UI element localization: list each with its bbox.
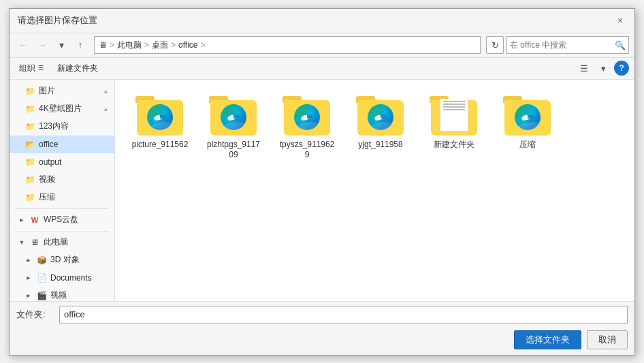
sidebar-label: output [39,157,109,167]
navigation-toolbar: ← → ▾ ↑ 🖥 > 此电脑 > 桌面 > office > ↻ 🔍 [10,33,634,58]
edge-icon [221,104,246,130]
back-button[interactable]: ← [15,37,31,53]
search-box: 🔍 [506,36,629,54]
view-toggle-button[interactable]: ☰ [576,60,592,76]
file-item-picture[interactable]: picture_911562 [126,91,194,166]
sidebar-label: 图片 [39,85,99,97]
title-bar: 请选择图片保存位置 × [10,9,634,33]
expander-icon: ► [25,291,33,300]
sidebar-item-documents[interactable]: ► 📄 Documents [10,269,114,287]
folder-icon-yjgt [356,96,405,136]
sidebar-label: 3D 对象 [50,254,109,266]
doc-front [440,99,468,131]
organize-button[interactable]: 组织 ☰ [15,60,48,76]
edge-icon [368,104,393,130]
file-name: picture_911562 [132,140,189,151]
file-item-newfolder[interactable]: 新建文件夹 [420,91,488,166]
expander-icon: ► [25,256,33,264]
file-item-tpyszs[interactable]: tpyszs_9119629 [273,91,341,166]
folder-icon: 📁 [25,86,35,97]
buttons-row: 选择文件夹 取消 [10,328,634,355]
sidebar-item-video2[interactable]: ► 🎬 视频 [10,287,114,301]
filename-input[interactable] [59,306,628,323]
video-icon: 🎬 [36,290,47,301]
filename-row: 文件夹: [10,302,634,328]
close-button[interactable]: × [614,14,626,27]
sidebar-item-pictures[interactable]: 📁 图片 ▲ [10,82,114,100]
docs-icon: 📄 [36,272,47,283]
folder-icon-newfolder [430,96,479,136]
folder-icon-picture [135,96,184,136]
sidebar-item-3d[interactable]: ► 📦 3D 对象 [10,251,114,269]
file-name: yjgt_911958 [358,140,402,151]
up-button[interactable]: ↑ [72,37,88,53]
search-input[interactable] [510,40,612,50]
sidebar-item-wallpapers[interactable]: 📁 4K壁纸图片 ▲ [10,100,114,118]
sidebar: 📁 图片 ▲ 📁 4K壁纸图片 ▲ 📁 123内容 📂 office 📁 out… [10,80,115,301]
file-item-compress[interactable]: 压缩 [494,91,562,166]
file-name: tpyszs_9119629 [280,140,335,161]
dialog-title: 请选择图片保存位置 [18,14,97,27]
breadcrumb-desktop[interactable]: 桌面 [152,40,168,51]
content-area: picture_911562 [115,80,634,301]
divider [15,231,109,232]
sidebar-item-output[interactable]: 📁 output [10,153,114,171]
file-name: 压缩 [519,140,536,151]
main-area: 📁 图片 ▲ 📁 4K壁纸图片 ▲ 📁 123内容 📂 office 📁 out… [10,80,634,301]
search-button[interactable]: 🔍 [615,38,626,52]
folder-icon: 📁 [25,157,35,168]
help-button[interactable]: ? [614,61,629,76]
divider [15,208,109,209]
bottom-area: 文件夹: 选择文件夹 取消 [10,301,634,355]
wps-icon: W [29,215,40,225]
breadcrumb-pc-icon: 🖥 [99,40,107,50]
content-wrapper: picture_911562 [115,80,634,301]
breadcrumb-office[interactable]: office [178,40,197,50]
secondary-toolbar: 组织 ☰ 新建文件夹 ☰ ▾ ? [10,58,634,80]
breadcrumb-mypc[interactable]: 此电脑 [117,40,142,51]
sidebar-label: 压缩 [39,191,109,203]
folder-icon: 📁 [25,104,35,114]
cancel-button[interactable]: 取消 [587,330,628,349]
folder-yellow-icon: 📁 [25,121,35,132]
folder-icon-plzhtpgs [209,96,258,136]
file-item-yjgt[interactable]: yjgt_911958 [347,91,415,166]
edge-icon [294,104,320,130]
sidebar-label: 123内容 [39,121,109,132]
sidebar-item-compress[interactable]: 📁 压缩 [10,189,114,206]
refresh-button[interactable]: ↻ [486,36,504,54]
folder-icon-compress [503,96,552,136]
sidebar-label: 此电脑 [44,236,109,248]
file-save-dialog: 请选择图片保存位置 × ← → ▾ ↑ 🖥 > 此电脑 > 桌面 > offic… [9,8,635,356]
sidebar-item-mypc[interactable]: ▼ 🖥 此电脑 [10,234,114,251]
sidebar-label: WPS云盘 [44,214,109,225]
folder-icon-tpyszs [283,96,332,136]
sidebar-label: office [39,140,109,149]
folder-icon: 📁 [25,174,35,185]
sidebar-label: 视频 [50,289,109,301]
sidebar-label: Documents [50,273,109,283]
sidebar-item-video[interactable]: 📁 视频 [10,171,114,189]
dropdown-button[interactable]: ▾ [53,37,69,53]
folder-open-icon: 📂 [25,139,35,150]
pc-icon: 🖥 [29,237,40,248]
edge-icon [147,104,173,130]
file-item-plzhtpgs[interactable]: plzhtpgs_911709 [199,91,268,166]
sidebar-item-wps[interactable]: ► W WPS云盘 [10,211,114,229]
expander-icon: ► [25,274,33,282]
new-folder-button[interactable]: 新建文件夹 [53,60,102,76]
sidebar-label: 视频 [39,174,109,185]
expander-icon: ▼ [18,238,26,247]
breadcrumb-bar[interactable]: 🖥 > 此电脑 > 桌面 > office > [94,36,481,54]
select-folder-button[interactable]: 选择文件夹 [514,330,581,349]
sidebar-item-office[interactable]: 📂 office [10,136,114,153]
sidebar-item-123content[interactable]: 📁 123内容 [10,118,114,136]
expander-icon: ► [18,216,26,224]
forward-button[interactable]: → [34,37,50,53]
3d-icon: 📦 [36,255,47,266]
filename-label: 文件夹: [16,309,54,321]
edge-icon [515,104,541,130]
view-dropdown-button[interactable]: ▾ [595,60,611,76]
file-name: plzhtpgs_911709 [207,140,260,161]
folder-icon: 📁 [25,192,35,203]
